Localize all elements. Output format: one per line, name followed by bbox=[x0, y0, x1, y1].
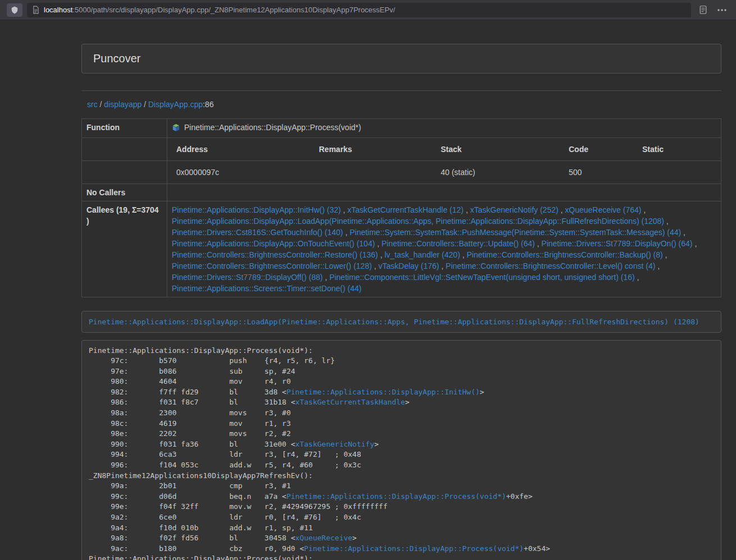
symbol-link[interactable]: xTaskGetCurrentTaskHandle bbox=[295, 398, 405, 406]
url-text: localhost:5000/path/src/displayapp/Displ… bbox=[44, 6, 395, 14]
callee-separator: , bbox=[655, 261, 660, 270]
breadcrumb-link-displayapp.cpp[interactable]: DisplayApp.cpp bbox=[148, 100, 203, 109]
symbol-link[interactable]: xQueueReceive bbox=[295, 534, 353, 542]
stat-value-stack: 40 (static) bbox=[436, 164, 564, 181]
function-name: Pinetime::Applications::DisplayApp::Proc… bbox=[184, 122, 361, 133]
stat-value-code: 500 bbox=[564, 164, 638, 181]
breadcrumb-link-src[interactable]: src bbox=[87, 100, 98, 109]
callee-separator: , bbox=[663, 250, 668, 259]
function-label: Function bbox=[82, 119, 167, 138]
page-icon bbox=[33, 6, 39, 14]
callee-separator: , bbox=[372, 261, 378, 270]
callee-separator: , bbox=[341, 205, 348, 214]
stat-header-address: Address bbox=[172, 141, 314, 158]
selected-callee-link[interactable]: Pinetime::Applications::DisplayApp::Load… bbox=[89, 318, 700, 326]
function-name-cell: Pinetime::Applications::DisplayApp::Proc… bbox=[167, 119, 721, 138]
stat-value-static bbox=[638, 164, 716, 181]
callee-separator: , bbox=[439, 261, 446, 270]
stat-value-remarks bbox=[314, 164, 436, 181]
callee-link[interactable]: Pinetime::Controllers::BrightnessControl… bbox=[172, 261, 372, 270]
reader-mode-button[interactable] bbox=[696, 3, 710, 17]
menu-button[interactable] bbox=[715, 3, 729, 17]
symbol-link[interactable]: Pinetime::Applications::DisplayApp::Proc… bbox=[304, 544, 524, 553]
callee-link[interactable]: Pinetime::Components::LittleVgl::SetNewT… bbox=[330, 273, 635, 282]
no-callers-label: No Callers bbox=[82, 183, 167, 201]
symbol-link[interactable]: Pinetime::Applications::DisplayApp::Proc… bbox=[286, 492, 506, 501]
callee-link[interactable]: Pinetime::Drivers::St7789::DisplayOn() (… bbox=[541, 239, 692, 248]
callee-link[interactable]: Pinetime::Applications::Screens::Timer::… bbox=[172, 284, 362, 293]
table-row: 0x0000097c40 (static)500 bbox=[82, 160, 721, 183]
callee-link[interactable]: Pinetime::Applications::DisplayApp::Load… bbox=[172, 217, 664, 226]
callee-separator: , bbox=[343, 228, 350, 237]
callee-link[interactable]: Pinetime::Controllers::BrightnessControl… bbox=[446, 261, 655, 270]
callees-cell: Pinetime::Applications::DisplayApp::Init… bbox=[167, 201, 721, 297]
callees-label: Callees (19, Σ=3704 ) bbox=[82, 201, 167, 297]
callee-separator: , bbox=[323, 273, 330, 282]
page-content: Puncover src / displayapp / DisplayApp.c… bbox=[81, 44, 721, 560]
callees-list: Pinetime::Applications::DisplayApp::Init… bbox=[172, 204, 716, 294]
callee-separator: , bbox=[693, 239, 697, 248]
browser-toolbar: localhost:5000/path/src/displayapp/Displ… bbox=[0, 0, 736, 20]
reader-mode-icon bbox=[699, 5, 707, 15]
disassembly-pre: Pinetime::Applications::DisplayApp::Proc… bbox=[81, 340, 721, 560]
stat-header-remarks: Remarks bbox=[314, 141, 436, 158]
menu-icon bbox=[717, 8, 727, 12]
tracking-protection-button[interactable] bbox=[7, 3, 22, 17]
empty-label-cell bbox=[82, 160, 167, 183]
table-row: Function Pinetime::Applications::Display… bbox=[82, 119, 721, 138]
app-header: Puncover bbox=[81, 44, 721, 74]
page-title: Puncover bbox=[93, 52, 141, 65]
callee-link[interactable]: lv_task_handler (420) bbox=[385, 250, 460, 259]
callee-separator: , bbox=[559, 205, 565, 214]
callee-link[interactable]: Pinetime::Controllers::BrightnessControl… bbox=[172, 250, 378, 259]
callee-separator: , bbox=[535, 239, 542, 248]
callee-link[interactable]: xTaskGetCurrentTaskHandle (12) bbox=[348, 205, 464, 214]
stat-header-code: Code bbox=[564, 141, 638, 158]
callee-link[interactable]: Pinetime::System::SystemTask::PushMessag… bbox=[350, 228, 682, 237]
callee-link[interactable]: xTaskGenericNotify (252) bbox=[470, 205, 558, 214]
url-bar[interactable]: localhost:5000/path/src/displayapp/Displ… bbox=[27, 3, 691, 17]
callee-link[interactable]: Pinetime::Drivers::Cst816S::GetTouchInfo… bbox=[172, 228, 343, 237]
breadcrumb-separator: / bbox=[98, 100, 104, 109]
callee-separator: , bbox=[641, 205, 646, 214]
stat-value-address: 0x0000097c bbox=[172, 164, 314, 181]
table-row: Callees (19, Σ=3704 ) Pinetime::Applicat… bbox=[82, 201, 721, 297]
stats-value-row: 0x0000097c40 (static)500 bbox=[172, 164, 716, 181]
callers-cell bbox=[167, 183, 721, 201]
url-path: :5000/path/src/displayapp/DisplayApp.cpp… bbox=[72, 6, 395, 14]
breadcrumb: src / displayapp / DisplayApp.cpp:86 bbox=[81, 91, 721, 118]
symbol-link[interactable]: xTaskGenericNotify bbox=[295, 440, 374, 448]
breadcrumb-separator: / bbox=[141, 100, 148, 109]
callee-separator: , bbox=[375, 239, 382, 248]
empty-label-cell bbox=[82, 137, 167, 160]
callee-separator: , bbox=[664, 217, 669, 226]
table-row: AddressRemarksStackCodeStatic bbox=[82, 137, 721, 160]
stats-header-row: AddressRemarksStackCodeStatic bbox=[172, 141, 716, 158]
callee-separator: , bbox=[635, 273, 639, 282]
selected-callee-panel: Pinetime::Applications::DisplayApp::Load… bbox=[81, 311, 721, 333]
callee-link[interactable]: Pinetime::Controllers::BrightnessControl… bbox=[467, 250, 662, 259]
callee-separator: , bbox=[378, 250, 385, 259]
callee-link[interactable]: vTaskDelay (176) bbox=[378, 261, 439, 270]
callee-link[interactable]: Pinetime::Drivers::St7789::DisplayOff() … bbox=[172, 273, 323, 282]
function-table: Function Pinetime::Applications::Display… bbox=[81, 118, 721, 297]
symbol-link[interactable]: Pinetime::Applications::DisplayApp::Init… bbox=[286, 388, 479, 396]
stat-header-static: Static bbox=[638, 141, 716, 158]
callee-separator: , bbox=[460, 250, 467, 259]
callee-link[interactable]: xQueueReceive (764) bbox=[565, 205, 641, 214]
callee-link[interactable]: Pinetime::Applications::DisplayApp::OnTo… bbox=[172, 239, 375, 248]
callee-separator: , bbox=[681, 228, 685, 237]
stat-header-stack: Stack bbox=[436, 141, 564, 158]
callee-link[interactable]: Pinetime::Applications::DisplayApp::Init… bbox=[172, 205, 341, 214]
callee-link[interactable]: Pinetime::Controllers::Battery::Update()… bbox=[382, 239, 535, 248]
cube-icon bbox=[172, 123, 180, 132]
table-row: No Callers bbox=[82, 183, 721, 201]
breadcrumb-line-number: :86 bbox=[203, 100, 213, 109]
stats-header-cell: AddressRemarksStackCodeStatic bbox=[167, 137, 721, 160]
breadcrumb-link-displayapp[interactable]: displayapp bbox=[104, 100, 141, 109]
stats-value-cell: 0x0000097c40 (static)500 bbox=[167, 160, 721, 183]
callee-separator: , bbox=[464, 205, 470, 214]
shield-icon bbox=[11, 6, 19, 15]
url-host: localhost bbox=[44, 6, 72, 14]
